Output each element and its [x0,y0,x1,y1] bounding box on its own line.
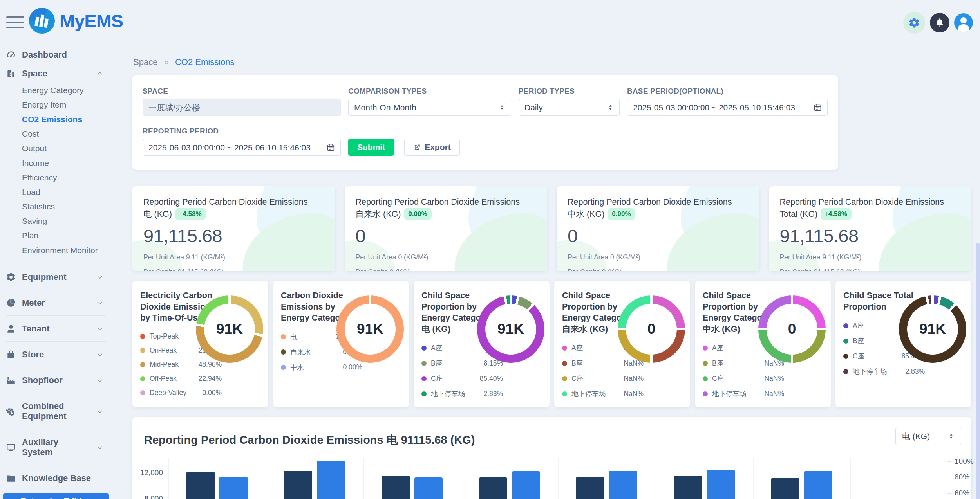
stat-per-unit-area: Per Unit Area 0 (KG/M²) [568,253,749,261]
legend-label: 地下停车场 [431,389,465,398]
donut-chart[interactable]: 0 [758,295,826,363]
sidebar-subitem-co2-emissions[interactable]: CO2 Emissions [22,112,112,126]
legend-label: 中水 [290,363,304,372]
sidebar-subitem-saving[interactable]: Saving [22,214,112,229]
comparison-types-select[interactable]: Month-On-Month [348,99,511,116]
legend-item-[interactable]: 地下停车场2.83% [421,389,503,398]
sidebar-item-knowledge-base[interactable]: Knowledge Base [6,469,106,488]
legend-dot [703,391,708,396]
bell-icon[interactable] [930,13,949,32]
donut-center-value: 0 [788,321,796,337]
legend-item-c[interactable]: C座NaN% [703,374,784,383]
sidebar-subitem-environment-monitor[interactable]: Environment Monitor [22,243,112,258]
breadcrumb-separator: » [164,57,169,67]
legend-value: 22.94% [199,375,222,383]
sidebar-item-equipment[interactable]: Equipment [6,268,106,286]
enterprise-edition-button[interactable]: Enterprise Edition [3,493,109,499]
legend-item-[interactable]: 地下停车场2.83% [843,367,925,376]
comparison-types-label: COMPARISON TYPES [348,87,511,95]
sidebar-item-shopfloor[interactable]: Shopfloor [6,371,106,390]
sidebar-item-store[interactable]: Store [6,345,106,364]
donut-chart[interactable]: 91K [196,295,263,363]
legend-item-c[interactable]: C座NaN% [562,374,644,383]
bar-base-period-1 [186,472,215,499]
period-types-label: PERIOD TYPES [519,87,620,95]
legend-value: NaN% [624,375,644,383]
sidebar-group-combined-equipment: Combined Equipment [6,393,106,426]
bar-chart-plot[interactable]: 12,0008,000100%80%60%40% [168,454,948,499]
sidebar-item-auxiliary-system[interactable]: Auxiliary System [6,433,106,462]
legend-dot [140,376,145,381]
legend-item-b[interactable]: B座NaN% [703,358,784,368]
stat-card-3: Reporting Period Carbon Dioxide Emission… [557,186,759,271]
legend-item-[interactable]: 地下停车场NaN% [703,389,784,398]
legend-dot [140,334,145,339]
export-button[interactable]: Export [404,139,460,156]
legend-item-deep-valley[interactable]: Deep-Valley0.00% [140,389,222,397]
gridline-vertical [363,458,364,499]
breadcrumb-current[interactable]: CO2 Emissions [175,57,235,67]
legend-item-off-peak[interactable]: Off-Peak22.94% [140,375,222,383]
sidebar-subitem-cost[interactable]: Cost [22,127,112,141]
user-avatar-icon[interactable] [954,13,973,32]
legend-item-c[interactable]: C座85.40% [421,374,503,383]
unit-select[interactable]: 电 (KG) [895,427,961,445]
stat-per-unit-area: Per Unit Area 9.11 (KG/M²) [780,253,961,261]
sidebar-item-combined-equipment[interactable]: Combined Equipment [6,397,106,426]
sidebar-item-label: Space [22,68,47,79]
sidebar-item-tenant[interactable]: Tenant [6,319,106,338]
donut-chart[interactable]: 0 [618,295,685,363]
legend-item-b[interactable]: B座8.15% [421,358,503,368]
legend-item-b[interactable]: B座NaN% [562,358,644,368]
base-period-input[interactable]: 2025-05-03 00:00:00 ~ 2025-05-10 15:46:0… [627,99,828,116]
stat-per-capita: Per Capita 0 (KG) [568,268,749,271]
scrollbar-thumb[interactable] [976,243,980,499]
menu-icon[interactable] [6,16,24,28]
emissions-bar-chart-card: Reporting Period Carbon Dioxide Emission… [132,417,971,499]
legend-dot [140,362,145,367]
sidebar-subitem-energy-category[interactable]: Energy Category [22,83,112,97]
bar-reporting-period-7 [804,471,832,499]
legend-dot [843,339,848,344]
donut-chart[interactable]: 91K [899,295,966,363]
sidebar-item-label: Equipment [22,272,67,282]
legend-item-[interactable]: 地下停车场NaN% [562,389,644,398]
sidebar-subitem-plan[interactable]: Plan [22,229,112,243]
sidebar-item-meter[interactable]: Meter [6,294,106,312]
stat-per-capita: Per Capita 0 (KG) [356,268,537,271]
legend-item-mid-peak[interactable]: Mid-Peak48.96% [140,360,222,369]
reporting-period-input[interactable]: 2025-06-03 00:00:00 ~ 2025-06-10 15:46:0… [143,139,341,156]
stat-card-value: 0 [568,225,749,247]
sidebar-item-dashboard[interactable]: Dashboard [0,45,112,64]
right-axis-tick-label: 60% [955,489,969,497]
legend-item-[interactable]: 中水0.00% [281,363,362,372]
legend-label: A座 [571,343,583,353]
sidebar-subitem-income[interactable]: Income [22,156,112,170]
legend-value: NaN% [764,390,784,398]
sidebar-item-space[interactable]: Space [0,64,112,83]
sidebar-subitem-energy-item[interactable]: Energy Item [22,97,112,112]
donut-chart[interactable]: 91K [477,295,544,363]
scrollbar-track [976,44,980,499]
sidebar-subitem-efficiency[interactable]: Efficiency [22,170,112,185]
stat-card-2: Reporting Period Carbon Dioxide Emission… [345,186,548,271]
sidebar-subitem-load[interactable]: Load [22,185,112,199]
period-types-select[interactable]: Daily [519,99,620,116]
legend-dot [421,361,427,366]
stat-per-unit-area: Per Unit Area 0 (KG/M²) [356,253,537,261]
brand-logo[interactable]: MyEMS [29,8,123,34]
donut-center: 91K [345,304,396,355]
change-badge: 0.00% [404,208,431,220]
legend-dot [562,361,567,366]
legend-label: Deep-Valley [150,389,186,397]
legend-label: C座 [712,374,724,383]
donut-chart[interactable]: 91K [336,295,404,363]
sidebar-subitem-statistics[interactable]: Statistics [22,200,112,214]
sidebar-subitem-output[interactable]: Output [22,141,112,156]
stat-card-title: Reporting Period Carbon Dioxide Emission… [143,196,310,220]
building-icon [6,68,16,79]
submit-button[interactable]: Submit [348,139,394,156]
space-input[interactable]: 一度城/办公楼 [143,99,341,116]
legend-dot [562,346,567,351]
gear-icon[interactable] [903,12,925,34]
